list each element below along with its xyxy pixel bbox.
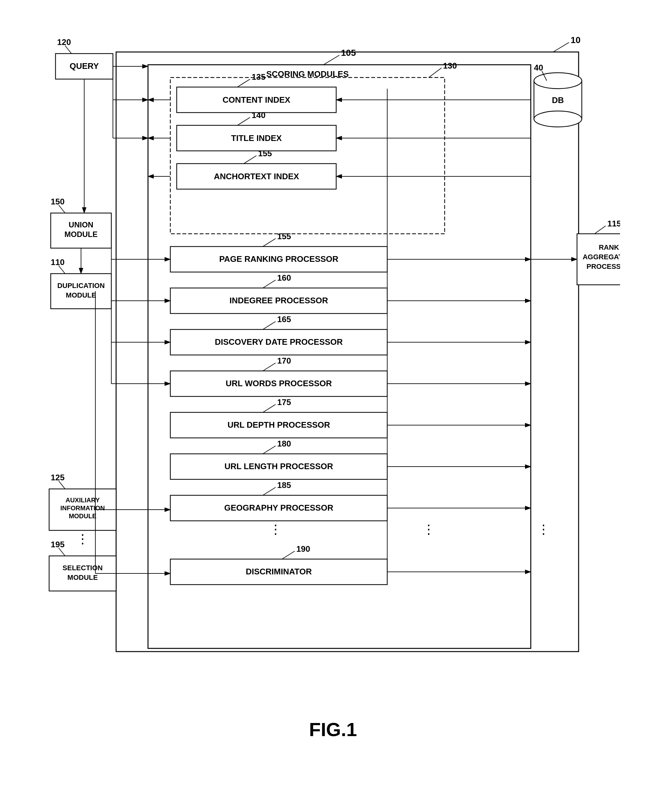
svg-text:UNION: UNION <box>69 221 93 229</box>
svg-text:AGGREGATION: AGGREGATION <box>583 253 620 261</box>
svg-line-4 <box>323 55 340 65</box>
svg-text:TITLE INDEX: TITLE INDEX <box>231 133 282 143</box>
svg-line-1 <box>553 43 569 52</box>
svg-text:AUXILIARY: AUXILIARY <box>65 497 100 504</box>
svg-text:URL WORDS PROCESSOR: URL WORDS PROCESSOR <box>226 379 332 388</box>
page: 10 105 SCORING MODULES SCORING MODULES 1… <box>30 23 636 789</box>
svg-text:SCORING MODULES: SCORING MODULES <box>266 69 349 79</box>
svg-rect-56 <box>534 81 582 119</box>
svg-rect-0 <box>116 52 579 652</box>
svg-line-33 <box>263 321 275 329</box>
svg-rect-39 <box>170 412 387 438</box>
svg-text:RANK: RANK <box>599 243 619 251</box>
svg-line-41 <box>263 404 275 412</box>
svg-line-45 <box>263 446 275 454</box>
svg-rect-31 <box>170 329 387 355</box>
diagram-svg: 10 105 SCORING MODULES SCORING MODULES 1… <box>46 36 620 706</box>
svg-text:140: 140 <box>252 110 265 120</box>
svg-text:190: 190 <box>296 544 310 553</box>
svg-text:MODULE: MODULE <box>66 291 96 299</box>
svg-text:160: 160 <box>277 273 291 283</box>
svg-text:165: 165 <box>277 315 291 324</box>
svg-text:40: 40 <box>534 63 543 72</box>
svg-rect-88 <box>49 556 116 591</box>
svg-text:MODULE: MODULE <box>64 230 97 239</box>
svg-text:DISCRIMINATOR: DISCRIMINATOR <box>246 567 312 576</box>
svg-text:150: 150 <box>51 197 64 206</box>
svg-text:CONTENT INDEX: CONTENT INDEX <box>223 95 290 105</box>
svg-text:INFORMATION: INFORMATION <box>60 504 105 512</box>
svg-text:195: 195 <box>51 540 64 549</box>
svg-text:10: 10 <box>570 36 580 45</box>
svg-text:QUERY: QUERY <box>69 61 99 71</box>
svg-text:DISCOVERY DATE PROCESSOR: DISCOVERY DATE PROCESSOR <box>215 337 343 347</box>
svg-text:MODULE: MODULE <box>69 512 97 520</box>
svg-line-66 <box>595 226 606 234</box>
svg-text:SELECTION: SELECTION <box>63 564 103 572</box>
svg-rect-6 <box>170 77 445 234</box>
svg-text:DB: DB <box>552 96 564 105</box>
svg-text:URL LENGTH PROCESSOR: URL LENGTH PROCESSOR <box>224 461 333 471</box>
svg-text:120: 120 <box>57 37 71 47</box>
svg-rect-15 <box>177 125 336 151</box>
svg-text:SCORING MODULES: SCORING MODULES <box>215 68 298 78</box>
svg-point-57 <box>534 73 582 89</box>
svg-line-49 <box>263 488 275 495</box>
svg-text:125: 125 <box>51 473 64 482</box>
svg-text:170: 170 <box>277 356 291 366</box>
svg-line-54 <box>282 551 295 559</box>
svg-line-70 <box>65 46 71 54</box>
svg-line-60 <box>542 71 547 81</box>
svg-text:130: 130 <box>443 61 457 71</box>
svg-text:PAGE RANKING PROCESSOR: PAGE RANKING PROCESSOR <box>219 254 338 264</box>
svg-line-37 <box>263 363 275 371</box>
svg-line-29 <box>263 280 275 288</box>
svg-text:185: 185 <box>277 480 291 490</box>
svg-point-58 <box>534 111 582 127</box>
svg-rect-77 <box>51 273 111 309</box>
svg-rect-11 <box>177 87 336 113</box>
svg-text:135: 135 <box>252 72 265 82</box>
svg-rect-19 <box>177 164 336 189</box>
svg-text:URL DEPTH PROCESSOR: URL DEPTH PROCESSOR <box>227 420 330 430</box>
svg-rect-35 <box>170 371 387 397</box>
svg-text:ANCHORTEXT INDEX: ANCHORTEXT INDEX <box>214 171 299 181</box>
svg-rect-82 <box>49 489 116 530</box>
svg-text:180: 180 <box>277 439 291 448</box>
svg-rect-47 <box>170 495 387 521</box>
svg-rect-27 <box>170 288 387 313</box>
svg-rect-68 <box>56 54 113 79</box>
svg-line-25 <box>263 239 275 247</box>
svg-text:GEOGRAPHY PROCESSOR: GEOGRAPHY PROCESSOR <box>224 503 333 512</box>
svg-text:155: 155 <box>277 232 291 241</box>
svg-text:155: 155 <box>258 148 272 158</box>
svg-text:⋮: ⋮ <box>269 522 282 536</box>
svg-line-13 <box>237 79 250 87</box>
svg-text:⋮: ⋮ <box>422 522 435 536</box>
svg-text:105: 105 <box>341 48 356 58</box>
svg-text:MODULE: MODULE <box>67 573 97 581</box>
svg-text:INDEGREE PROCESSOR: INDEGREE PROCESSOR <box>229 296 328 305</box>
svg-text:⋮: ⋮ <box>76 532 89 546</box>
svg-line-86 <box>59 481 65 489</box>
svg-rect-43 <box>170 454 387 479</box>
figure-caption: FIG.1 <box>309 718 357 741</box>
svg-text:175: 175 <box>277 397 291 407</box>
svg-line-17 <box>237 117 250 125</box>
svg-text:PROCESSOR: PROCESSOR <box>587 262 620 270</box>
svg-rect-72 <box>51 213 111 248</box>
svg-text:110: 110 <box>51 257 64 267</box>
svg-rect-62 <box>577 234 620 285</box>
svg-line-80 <box>59 266 65 273</box>
svg-line-21 <box>244 156 256 164</box>
diagram: 10 105 SCORING MODULES SCORING MODULES 1… <box>46 36 620 706</box>
svg-rect-23 <box>170 247 387 272</box>
svg-text:DUPLICATION: DUPLICATION <box>58 282 105 290</box>
svg-line-91 <box>59 548 65 556</box>
svg-line-9 <box>429 68 442 77</box>
svg-line-75 <box>59 205 65 213</box>
svg-text:⋮: ⋮ <box>537 522 550 536</box>
svg-text:115: 115 <box>607 219 620 228</box>
svg-rect-52 <box>170 559 387 585</box>
svg-rect-3 <box>148 65 531 648</box>
